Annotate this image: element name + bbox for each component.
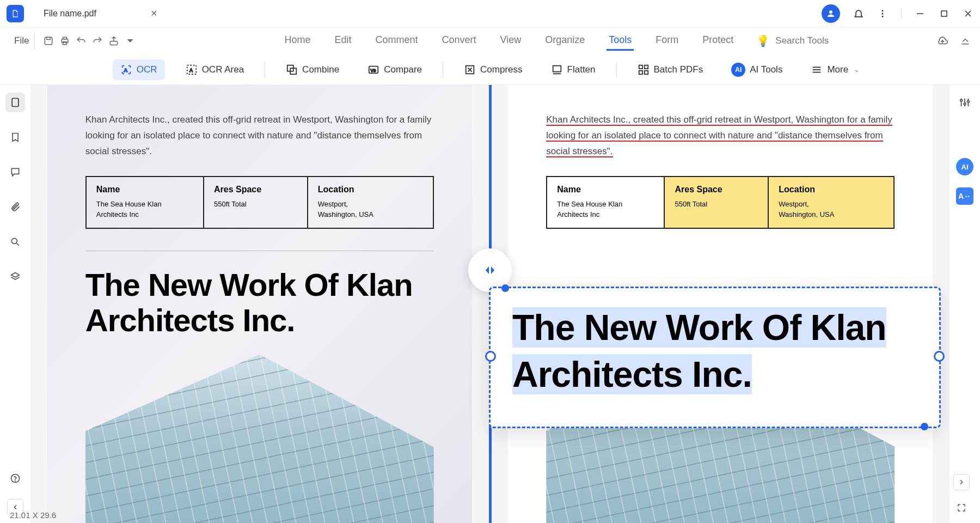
svg-point-1	[882, 10, 884, 11]
ocr-icon: A	[120, 64, 132, 76]
close-tab-icon[interactable]: ×	[151, 7, 157, 20]
svg-point-39	[960, 100, 963, 102]
tab-convert[interactable]: Convert	[439, 31, 478, 51]
collapse-ribbon-icon[interactable]	[959, 35, 971, 47]
batch-icon	[638, 64, 650, 76]
attachments-icon[interactable]	[5, 197, 25, 217]
tab-view[interactable]: View	[498, 31, 524, 51]
info-table-left: NameThe Sea House Klan Architects Inc Ar…	[85, 176, 434, 229]
svg-rect-5	[941, 11, 947, 16]
combine-button[interactable]: Combine	[278, 59, 347, 80]
tab-protect[interactable]: Protect	[700, 31, 736, 51]
document-tab[interactable]: File name.pdf ×	[35, 3, 166, 24]
ocr-button[interactable]: AOCR	[113, 59, 165, 80]
translate-icon[interactable]: A↔	[956, 187, 973, 205]
app-logo-icon[interactable]	[7, 5, 24, 22]
svg-rect-10	[63, 37, 67, 39]
tab-organize[interactable]: Organize	[543, 31, 587, 51]
tools-ribbon: AOCR AOCR Area Combine VSCompare Compres…	[0, 54, 980, 85]
svg-point-41	[967, 100, 970, 102]
flatten-button[interactable]: Flatten	[543, 59, 603, 80]
svg-rect-12	[111, 41, 118, 45]
more-options-icon[interactable]	[877, 8, 888, 19]
close-window-icon[interactable]	[963, 8, 973, 19]
selection-handle-icon[interactable]	[921, 423, 928, 430]
selection-handle-icon[interactable]	[934, 351, 945, 362]
ocr-area-button[interactable]: AOCR Area	[178, 59, 252, 80]
titlebar: File name.pdf ×	[0, 0, 980, 27]
svg-rect-11	[63, 42, 67, 45]
cloud-icon[interactable]	[936, 35, 948, 47]
info-table-right: NameThe Sea House Klan Architects Inc Ar…	[546, 176, 895, 229]
more-icon	[811, 64, 823, 76]
thumbnails-icon[interactable]	[5, 93, 25, 112]
left-sidebar	[0, 85, 30, 523]
building-image-left	[85, 355, 434, 523]
fit-page-icon[interactable]	[952, 498, 971, 518]
search-tools-input[interactable]	[775, 35, 852, 46]
chevron-down-icon: ⌄	[854, 65, 860, 74]
tab-edit[interactable]: Edit	[332, 31, 353, 51]
share-icon[interactable]	[108, 35, 120, 47]
document-canvas[interactable]: Khan Architects Inc., created this off-g…	[30, 85, 950, 523]
tab-tools[interactable]: Tools	[607, 31, 634, 51]
menu-tabs: Home Edit Comment Convert View Organize …	[282, 31, 736, 51]
svg-point-35	[15, 481, 16, 482]
svg-rect-24	[639, 65, 642, 68]
redo-icon[interactable]	[91, 35, 103, 47]
intro-text-right: Khan Architects Inc., created this off-g…	[546, 112, 895, 160]
selection-handle-icon[interactable]	[485, 351, 496, 362]
svg-rect-25	[644, 65, 647, 68]
compress-button[interactable]: Compress	[456, 59, 530, 80]
user-account-icon[interactable]	[822, 4, 840, 23]
comments-icon[interactable]	[5, 162, 25, 182]
svg-point-40	[964, 103, 966, 105]
minimize-icon[interactable]	[915, 8, 926, 19]
settings-icon[interactable]	[955, 93, 975, 112]
selection-handle-icon[interactable]	[501, 284, 509, 292]
svg-point-32	[11, 238, 17, 244]
svg-rect-22	[553, 65, 561, 71]
ai-icon: AI	[731, 63, 745, 77]
svg-point-0	[829, 10, 832, 14]
print-icon[interactable]	[59, 35, 71, 47]
bulb-icon: 💡	[756, 34, 770, 47]
notifications-icon[interactable]	[853, 8, 864, 19]
next-page-icon[interactable]	[953, 474, 970, 490]
right-sidebar: AI A↔	[950, 85, 980, 523]
page-original: Khan Architects Inc., created this off-g…	[47, 85, 472, 523]
save-icon[interactable]	[42, 35, 54, 47]
layers-icon[interactable]	[5, 267, 25, 287]
svg-text:A: A	[124, 67, 127, 72]
svg-point-2	[882, 13, 884, 14]
more-button[interactable]: More⌄	[803, 59, 867, 80]
svg-line-33	[17, 244, 19, 246]
ai-tools-button[interactable]: AIAI Tools	[724, 58, 790, 81]
svg-text:VS: VS	[371, 68, 376, 72]
compress-icon	[464, 64, 476, 76]
dropdown-icon[interactable]	[124, 35, 136, 47]
status-bar: 21.01 X 29.6	[0, 507, 66, 523]
search-icon[interactable]	[5, 232, 25, 252]
tab-home[interactable]: Home	[282, 31, 313, 51]
tab-form[interactable]: Form	[653, 31, 681, 51]
svg-rect-31	[12, 99, 19, 107]
ai-assistant-icon[interactable]: AI	[956, 158, 973, 175]
tab-comment[interactable]: Comment	[373, 31, 420, 51]
help-icon[interactable]	[5, 469, 25, 488]
svg-rect-8	[45, 37, 52, 44]
text-selection-box[interactable]: The New Work Of Klan Architects Inc.	[489, 287, 941, 428]
compare-icon: VS	[367, 64, 379, 76]
tab-filename: File name.pdf	[44, 9, 96, 19]
undo-icon[interactable]	[75, 35, 87, 47]
page-dimensions: 21.01 X 29.6	[10, 510, 56, 520]
svg-rect-26	[639, 70, 642, 74]
batch-pdfs-button[interactable]: Batch PDFs	[630, 59, 711, 80]
svg-point-3	[882, 15, 884, 17]
bookmarks-icon[interactable]	[5, 127, 25, 147]
headline-left: The New Work Of Klan Architects Inc.	[85, 267, 434, 338]
file-menu-button[interactable]: File	[9, 32, 35, 50]
maximize-icon[interactable]	[939, 8, 950, 19]
headline-selected: The New Work Of Klan Architects Inc.	[512, 305, 917, 398]
compare-button[interactable]: VSCompare	[360, 59, 430, 80]
